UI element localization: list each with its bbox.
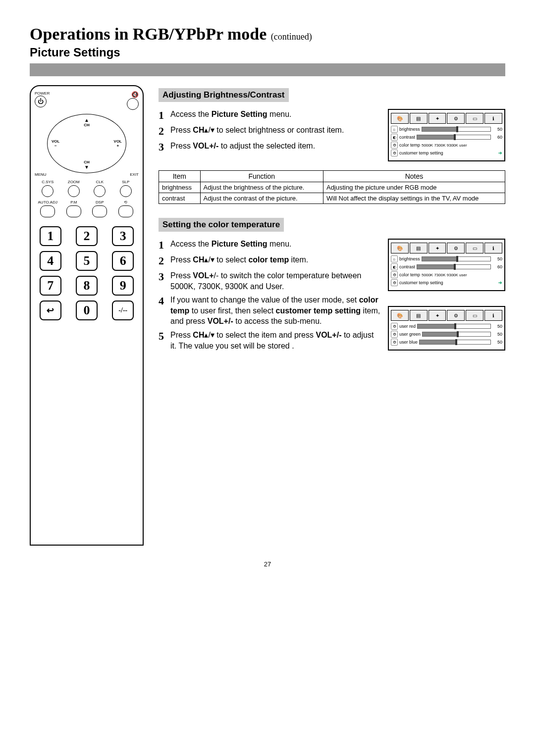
- mute-button: [127, 98, 139, 110]
- section-heading-1: Adjusting Brightness/Contrast: [159, 88, 289, 102]
- remote-diagram: POWER ⏻ 🔇 ▲CH CH▼ VOL− VOL+ MENU EXIT C.…: [30, 85, 144, 546]
- num-0: 0: [76, 301, 98, 320]
- vol-minus-label: VOL: [52, 139, 59, 144]
- remote-row-1: C.SYS ZOOM CLK SLP: [35, 180, 139, 197]
- divider-bar: [30, 63, 505, 76]
- num-return: ↩: [40, 301, 61, 320]
- num-6: 6: [112, 251, 134, 271]
- num-3: 3: [112, 226, 134, 246]
- numpad: 1 2 3 4 5 6 7 8 9 ↩ 0 -/--: [35, 226, 139, 320]
- power-label: POWER: [35, 91, 50, 96]
- remote-row-2: AUTO.ADJ P.M DSP ⟲: [35, 200, 139, 217]
- num-8: 8: [76, 276, 98, 296]
- num-dash: -/--: [112, 301, 134, 320]
- exit-label: EXIT: [130, 172, 139, 177]
- osd-panel-3: 🎨▤✦⚙▭ℹ⚙user red50⚙user green50⚙user blue…: [388, 306, 505, 351]
- num-1: 1: [40, 226, 61, 246]
- osd-panel-2: 🎨▤✦⚙▭ℹ☼brightness50◐contrast60⚙color tem…: [388, 239, 505, 291]
- section-heading-2: Setting the color temperature: [159, 218, 284, 232]
- num-2: 2: [76, 226, 98, 246]
- vol-plus-label: VOL: [114, 139, 122, 144]
- num-9: 9: [112, 276, 134, 296]
- title-continued: (continued): [271, 32, 312, 42]
- instructions-1: 1Access the Picture Setting menu. 2Press…: [159, 109, 381, 156]
- instructions-2: 1Access the Picture Setting menu. 2Press…: [159, 239, 381, 354]
- page-number: 27: [30, 560, 505, 568]
- osd-panel-1: 🎨▤✦⚙▭ℹ☼brightness50◐contrast60⚙color tem…: [388, 109, 505, 161]
- power-icon: ⏻: [35, 96, 47, 107]
- title-main: Operations in RGB/YPbPr mode: [30, 25, 267, 43]
- page-subtitle: Picture Settings: [30, 46, 505, 59]
- nav-oval: ▲CH CH▼ VOL− VOL+: [47, 114, 126, 173]
- menu-label: MENU: [35, 172, 47, 177]
- ch-up-label: CH: [84, 123, 90, 127]
- info-table: Item Function Notes brightness Adjust th…: [159, 170, 505, 204]
- mute-icon: 🔇: [131, 91, 139, 98]
- num-4: 4: [40, 251, 61, 271]
- num-7: 7: [40, 276, 61, 296]
- ch-dn-label: CH: [84, 160, 90, 164]
- num-5: 5: [76, 251, 98, 271]
- page-title: Operations in RGB/YPbPr mode (continued): [30, 25, 505, 44]
